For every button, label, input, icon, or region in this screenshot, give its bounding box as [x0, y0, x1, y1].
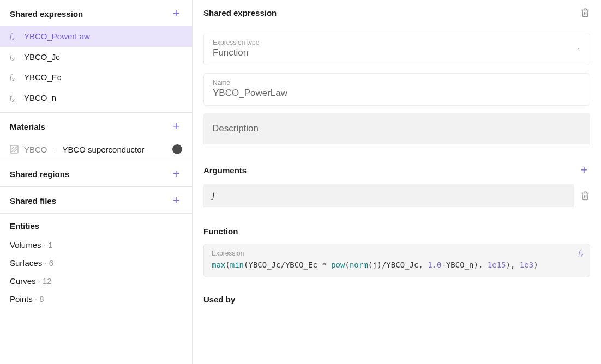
entity-count: · 1 — [44, 240, 53, 250]
main-header: Shared expression — [203, 8, 590, 17]
entities-title: Entities — [0, 214, 192, 236]
materials-header: Materials + — [0, 113, 192, 139]
argument-row: j — [203, 184, 590, 207]
add-region-button[interactable]: + — [170, 168, 182, 180]
expression-item[interactable]: fxYBCO_Ec — [0, 67, 192, 88]
fx-icon: fx — [579, 248, 583, 258]
expression-type-label: Expression type — [213, 39, 581, 46]
chevron-down-icon — [575, 45, 582, 53]
entity-label: Volumes — [10, 240, 41, 250]
entity-row[interactable]: Curves · 12 — [0, 272, 192, 290]
fx-icon: fx — [10, 32, 19, 41]
function-title: Function — [203, 227, 590, 236]
add-file-button[interactable]: + — [170, 195, 182, 207]
delete-argument-button[interactable] — [580, 191, 590, 201]
material-icon — [10, 145, 19, 154]
materials-list: YBCO·YBCO superconductor — [0, 139, 192, 160]
shared-expression-section: Shared expression + fxYBCO_PowerLawfxYBC… — [0, 0, 192, 113]
entity-row[interactable]: Volumes · 1 — [0, 236, 192, 254]
entity-label: Surfaces — [10, 258, 42, 268]
expression-item[interactable]: fxYBCO_Jc — [0, 47, 192, 68]
entity-count: · 12 — [38, 276, 52, 286]
svg-line-1 — [11, 147, 17, 152]
used-by-title: Used by — [203, 295, 590, 304]
fx-icon: fx — [10, 93, 19, 103]
expression-item-label: YBCO_PowerLaw — [24, 32, 90, 41]
name-value: YBCO_PowerLaw — [213, 88, 581, 99]
expression-type-value: Function — [213, 47, 581, 58]
entity-row[interactable]: Surfaces · 6 — [0, 254, 192, 272]
shared-files-title: Shared files — [10, 196, 56, 205]
entity-label: Curves — [10, 276, 36, 286]
entity-label: Points — [10, 294, 33, 304]
shared-expression-header: Shared expression + — [0, 0, 192, 26]
argument-input[interactable]: j — [203, 184, 574, 207]
trash-icon — [580, 191, 590, 201]
expression-box[interactable]: Expression fx max(min(YBCO_Jc/YBCO_Ec * … — [203, 244, 590, 277]
entity-count: · 8 — [35, 294, 44, 304]
sidebar: Shared expression + fxYBCO_PowerLawfxYBC… — [0, 0, 193, 364]
expression-type-field[interactable]: Expression type Function — [203, 33, 590, 65]
material-item[interactable]: YBCO·YBCO superconductor — [0, 139, 192, 160]
delete-button[interactable] — [580, 8, 590, 17]
expression-item-label: YBCO_n — [24, 93, 56, 102]
trash-icon — [580, 8, 590, 17]
name-label: Name — [213, 79, 581, 87]
expression-list: fxYBCO_PowerLawfxYBCO_JcfxYBCO_EcfxYBCO_… — [0, 26, 192, 112]
material-desc: YBCO superconductor — [62, 145, 144, 154]
material-swatch — [172, 144, 182, 154]
entity-row[interactable]: Points · 8 — [0, 290, 192, 308]
shared-regions-header: Shared regions + — [0, 160, 192, 186]
shared-expression-title: Shared expression — [10, 9, 83, 19]
expression-item[interactable]: fxYBCO_PowerLaw — [0, 26, 192, 47]
expression-item-label: YBCO_Ec — [24, 72, 61, 82]
svg-line-2 — [11, 147, 14, 149]
fx-icon: fx — [10, 52, 19, 62]
svg-line-3 — [14, 149, 17, 152]
shared-regions-title: Shared regions — [10, 169, 69, 179]
fx-icon: fx — [10, 72, 19, 82]
entity-count: · 6 — [44, 258, 53, 268]
entities-list: Volumes · 1Surfaces · 6Curves · 12Points… — [0, 236, 192, 308]
expression-label: Expression — [212, 250, 582, 257]
shared-files-header: Shared files + — [0, 187, 192, 213]
add-expression-button[interactable]: + — [170, 8, 182, 20]
materials-section: Materials + YBCO·YBCO superconductor — [0, 113, 192, 160]
arguments-list: j — [203, 184, 590, 207]
name-field[interactable]: Name YBCO_PowerLaw — [203, 73, 590, 106]
expression-item-label: YBCO_Jc — [24, 52, 60, 62]
main-panel: Shared expression Expression type Functi… — [193, 0, 601, 364]
arguments-title: Arguments — [203, 166, 247, 175]
entities-section: Entities Volumes · 1Surfaces · 6Curves ·… — [0, 214, 192, 312]
description-input[interactable]: Description — [203, 113, 590, 144]
add-material-button[interactable]: + — [170, 120, 182, 132]
add-argument-button[interactable]: + — [578, 164, 590, 176]
materials-title: Materials — [10, 122, 45, 131]
expression-item[interactable]: fxYBCO_n — [0, 88, 192, 108]
arguments-header: Arguments + — [203, 164, 590, 176]
material-name: YBCO — [24, 145, 47, 154]
expression-code: max(min(YBCO_Jc/YBCO_Ec * pow(norm(j)/YB… — [212, 260, 582, 269]
shared-files-section: Shared files + — [0, 187, 192, 214]
page-title: Shared expression — [203, 8, 277, 17]
shared-regions-section: Shared regions + — [0, 160, 192, 187]
